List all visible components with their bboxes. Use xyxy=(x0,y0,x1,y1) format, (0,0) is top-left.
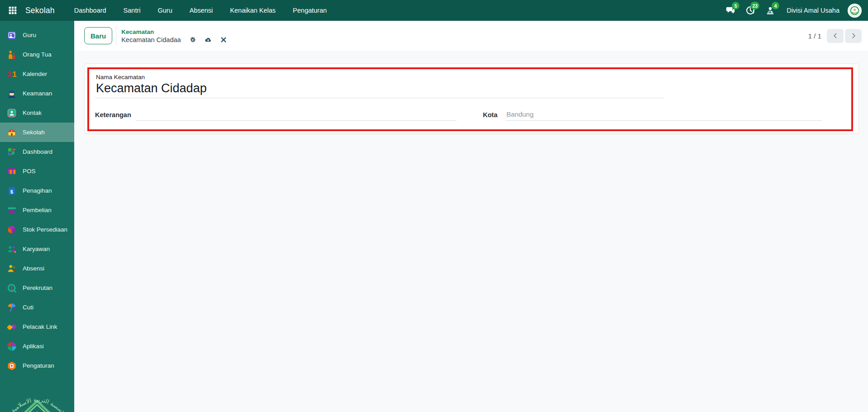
sidebar-item-icon xyxy=(7,30,17,40)
cloud-save-icon[interactable] xyxy=(205,36,212,43)
sidebar-item-label: Absensi xyxy=(23,265,44,272)
top-menu-item-pengaturan[interactable]: Pengaturan xyxy=(284,0,335,21)
sidebar-item-label: Kalender xyxy=(23,71,47,77)
sidebar-item-icon xyxy=(7,69,17,79)
sidebar-item-icon xyxy=(7,283,17,293)
sidebar-item-label: Guru xyxy=(23,32,36,38)
top-menu-item-guru[interactable]: Guru xyxy=(149,0,181,21)
breadcrumb-divider xyxy=(116,26,116,46)
sidebar-item-penagihan[interactable]: Penagihan xyxy=(0,181,74,200)
messages-badge: 5 xyxy=(732,2,739,9)
sheet-area: Nama Kecamatan Keterangan Kota xyxy=(74,51,868,134)
sidebar-item-icon xyxy=(7,341,17,351)
activities-clock-icon[interactable]: 23 xyxy=(743,3,758,18)
company-name[interactable]: Divisi Amal Usaha xyxy=(787,7,839,14)
sidebar-item-guru[interactable]: Guru xyxy=(0,25,74,45)
sidebar-item-label: Sekolah xyxy=(23,129,45,136)
kota-input[interactable] xyxy=(506,109,822,121)
top-menu-item-santri[interactable]: Santri xyxy=(115,0,149,21)
sidebar-item-label: Perekrutan xyxy=(23,284,52,291)
sidebar-item-label: Orang Tua xyxy=(23,51,52,58)
sidebar-item-label: Aplikasi xyxy=(23,343,44,350)
messages-icon[interactable]: 5 xyxy=(723,3,738,18)
sidebar-item-pos[interactable]: POS xyxy=(0,161,74,181)
pager-counter: 1 / 1 xyxy=(808,32,821,40)
sidebar-item-icon xyxy=(7,89,17,99)
sidebar-item-icon xyxy=(7,166,17,176)
field-nama-kecamatan: Nama Kecamatan xyxy=(95,74,844,98)
record-pager: 1 / 1 xyxy=(808,29,862,43)
sidebar-item-dashboard[interactable]: Dashboard xyxy=(0,142,74,161)
sidebar-item-perekrutan[interactable]: Perekrutan xyxy=(0,278,74,298)
annotation-highlight-box: Nama Kecamatan Keterangan Kota xyxy=(87,67,853,131)
sidebar-item-icon xyxy=(7,322,17,332)
kota-label: Kota xyxy=(483,111,506,118)
avatar[interactable] xyxy=(848,4,862,18)
sidebar-item-sekolah[interactable]: Sekolah xyxy=(0,123,74,142)
keterangan-label: Keterangan xyxy=(95,111,135,118)
keterangan-input[interactable] xyxy=(135,109,457,121)
activities-badge: 23 xyxy=(750,2,759,9)
discard-x-icon[interactable] xyxy=(220,36,227,43)
sidebar: Guru Orang Tua Kalender Keamanan Kontak … xyxy=(0,21,74,412)
sidebar-item-label: Pengaturan xyxy=(23,362,54,369)
sidebar-item-label: Kontak xyxy=(23,109,42,116)
field-row: Keterangan Kota xyxy=(95,109,844,121)
sidebar-item-absensi[interactable]: Absensi xyxy=(0,259,74,278)
topbar-systray: 5 23 4 Divisi Amal Usaha xyxy=(723,3,862,18)
sidebar-item-karyawan[interactable]: Karyawan xyxy=(0,239,74,259)
pager-prev-button[interactable] xyxy=(827,29,844,43)
topbar: Sekolah DashboardSantriGuruAbsensiKenaik… xyxy=(0,0,868,21)
sidebar-item-label: Dashboard xyxy=(23,148,52,155)
main-content: Baru Kecamatan Kecamatan Cidadaa 1 / 1 xyxy=(74,21,868,412)
nama-kecamatan-label: Nama Kecamatan xyxy=(96,74,844,81)
sidebar-item-icon xyxy=(7,205,17,215)
sidebar-item-label: Keamanan xyxy=(23,90,52,97)
form-card: Nama Kecamatan Keterangan Kota xyxy=(84,63,859,134)
sidebar-item-kontak[interactable]: Kontak xyxy=(0,103,74,123)
sidebar-item-orang-tua[interactable]: Orang Tua xyxy=(0,45,74,64)
requests-badge: 4 xyxy=(772,2,779,9)
gear-actions-icon[interactable] xyxy=(189,36,196,43)
sidebar-item-pelacak-link[interactable]: Pelacak Link xyxy=(0,317,74,336)
sidebar-item-icon xyxy=(7,264,17,274)
sidebar-item-icon xyxy=(7,147,17,157)
sidebar-item-icon xyxy=(7,244,17,254)
sidebar-item-icon xyxy=(7,186,17,196)
sidebar-item-pengaturan[interactable]: Pengaturan xyxy=(0,356,74,375)
sidebar-item-label: Stok Persediaan xyxy=(23,226,67,233)
sidebar-item-label: Pelacak Link xyxy=(23,323,57,330)
sidebar-item-label: POS xyxy=(23,168,36,175)
sidebar-item-icon xyxy=(7,50,17,60)
apps-grid-icon[interactable] xyxy=(5,3,20,18)
nama-kecamatan-input[interactable] xyxy=(95,81,664,98)
app-brand[interactable]: Sekolah xyxy=(25,6,55,15)
sidebar-item-pembelian[interactable]: Pembelian xyxy=(0,200,74,220)
sidebar-menu: Guru Orang Tua Kalender Keamanan Kontak … xyxy=(0,21,74,375)
new-record-button[interactable]: Baru xyxy=(84,27,112,44)
sidebar-item-stok-persediaan[interactable]: Stok Persediaan xyxy=(0,220,74,239)
top-menu-item-absensi[interactable]: Absensi xyxy=(181,0,222,21)
breadcrumb-current: Kecamatan Cidadaa xyxy=(121,36,181,43)
sidebar-item-label: Penagihan xyxy=(23,187,52,194)
sidebar-item-cuti[interactable]: Cuti xyxy=(0,298,74,317)
sidebar-item-icon xyxy=(7,303,17,313)
sidebar-item-icon xyxy=(7,128,17,137)
top-menu: DashboardSantriGuruAbsensiKenaikan Kelas… xyxy=(66,0,335,21)
payroll-requests-icon[interactable]: 4 xyxy=(763,3,777,18)
breadcrumb-parent-link[interactable]: Kecamatan xyxy=(121,28,227,35)
sidebar-item-label: Pembelian xyxy=(23,207,52,213)
sidebar-item-icon xyxy=(7,108,17,118)
sidebar-item-aplikasi[interactable]: Aplikasi xyxy=(0,336,74,356)
sidebar-item-kalender[interactable]: Kalender xyxy=(0,64,74,84)
top-menu-item-dashboard[interactable]: Dashboard xyxy=(66,0,115,21)
sidebar-item-label: Cuti xyxy=(23,304,33,311)
pager-next-button[interactable] xyxy=(845,29,862,43)
sidebar-item-icon xyxy=(7,225,17,235)
sidebar-item-label: Karyawan xyxy=(23,246,50,252)
breadcrumb: Kecamatan Kecamatan Cidadaa xyxy=(121,28,227,43)
sidebar-item-keamanan[interactable]: Keamanan xyxy=(0,84,74,103)
foundation-logo: مؤسسة التربية الاسلامية xyxy=(3,373,71,412)
sidebar-item-icon xyxy=(7,361,17,371)
top-menu-item-kenaikan-kelas[interactable]: Kenaikan Kelas xyxy=(221,0,284,21)
